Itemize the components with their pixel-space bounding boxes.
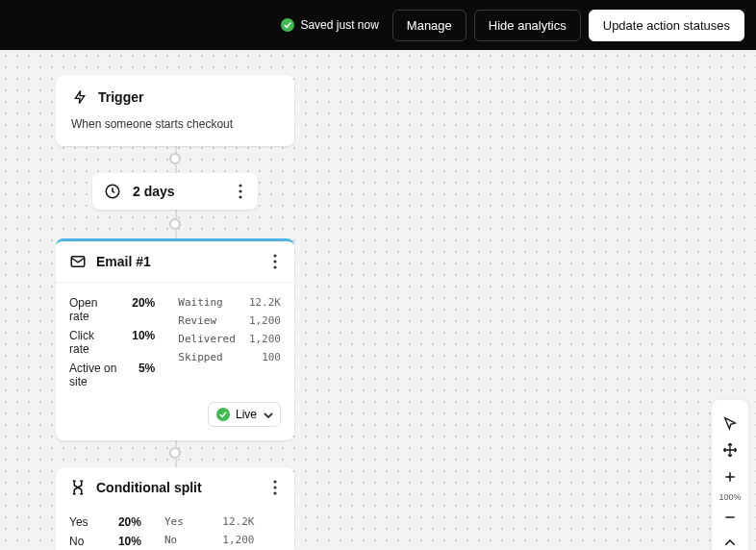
svg-point-10 (273, 491, 276, 494)
email-more-icon[interactable] (269, 254, 281, 269)
lightning-icon (71, 88, 88, 106)
stat-row: Review1,200 (178, 314, 281, 327)
chevron-down-icon (264, 411, 273, 420)
delay-label: 2 days (133, 184, 175, 199)
split-title: Conditional split (96, 480, 202, 495)
zoom-toolbar: 100% (712, 400, 748, 550)
stat-row: Open rate20% (69, 296, 155, 323)
stat-row: No10% (69, 535, 141, 548)
update-action-statuses-button[interactable]: Update action statuses (589, 10, 744, 41)
save-status: Saved just now (281, 18, 378, 32)
stat-row: Click rate10% (69, 329, 155, 356)
delay-card[interactable]: 2 days (92, 173, 258, 210)
svg-point-6 (273, 260, 276, 262)
save-status-text: Saved just now (300, 18, 378, 32)
stat-row: No1,200 (164, 534, 254, 546)
stat-row: Active on site5% (69, 362, 155, 388)
conditional-split-card[interactable]: Conditional split Yes20% No10% Waiting5%… (56, 467, 294, 550)
check-circle-icon (281, 18, 294, 32)
stat-row: Waiting12.2K (178, 296, 281, 309)
zoom-out-button[interactable] (712, 504, 748, 531)
delay-more-icon[interactable] (235, 184, 246, 199)
svg-point-9 (273, 486, 276, 488)
flow-canvas[interactable]: Trigger When someone starts checkout 2 d… (0, 50, 756, 550)
zoom-in-button[interactable] (712, 463, 748, 490)
clock-icon (104, 183, 121, 200)
svg-point-5 (273, 254, 276, 257)
mail-icon (69, 253, 87, 270)
svg-point-3 (239, 195, 241, 198)
stat-row: Delivered1,200 (178, 333, 281, 345)
trigger-card[interactable]: Trigger When someone starts checkout (56, 75, 294, 146)
stat-row: Yes12.2K (164, 515, 254, 528)
move-tool[interactable] (712, 437, 748, 463)
svg-point-2 (239, 189, 241, 192)
manage-button[interactable]: Manage (392, 10, 466, 41)
status-label: Live (236, 408, 257, 421)
zoom-level: 100% (718, 492, 741, 502)
collapse-up-icon[interactable] (712, 531, 748, 550)
svg-point-1 (239, 184, 241, 187)
email-title: Email #1 (96, 254, 151, 269)
split-more-icon[interactable] (269, 480, 281, 495)
split-icon (69, 479, 87, 496)
status-dropdown[interactable]: Live (208, 402, 281, 427)
svg-point-7 (273, 265, 276, 268)
stat-row: Yes20% (69, 515, 141, 529)
hide-analytics-button[interactable]: Hide analytics (474, 10, 581, 41)
top-bar: Saved just now Manage Hide analytics Upd… (0, 0, 756, 50)
stat-row: Skipped100 (178, 351, 281, 363)
email-card[interactable]: Email #1 Open rate20% Click rate10% Acti… (56, 238, 294, 440)
flow-column: Trigger When someone starts checkout 2 d… (56, 75, 294, 550)
pointer-tool[interactable] (712, 410, 748, 437)
svg-point-8 (273, 480, 276, 483)
trigger-title: Trigger (98, 89, 143, 105)
trigger-subtitle: When someone starts checkout (71, 117, 279, 131)
check-circle-icon (216, 408, 230, 421)
